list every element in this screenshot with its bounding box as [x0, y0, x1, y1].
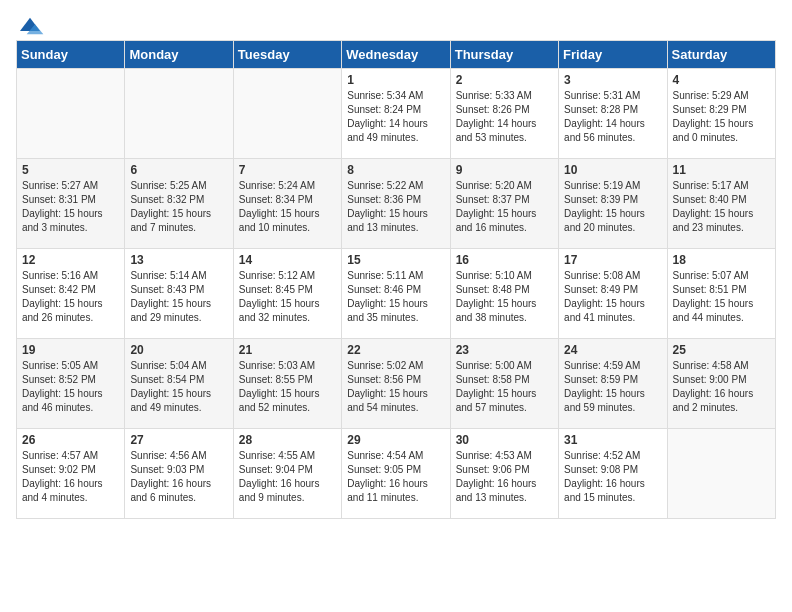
- calendar-cell: 9Sunrise: 5:20 AM Sunset: 8:37 PM Daylig…: [450, 159, 558, 249]
- calendar-cell: 27Sunrise: 4:56 AM Sunset: 9:03 PM Dayli…: [125, 429, 233, 519]
- day-info: Sunrise: 5:24 AM Sunset: 8:34 PM Dayligh…: [239, 179, 336, 235]
- calendar-cell: 10Sunrise: 5:19 AM Sunset: 8:39 PM Dayli…: [559, 159, 667, 249]
- day-number: 30: [456, 433, 553, 447]
- calendar-cell: 15Sunrise: 5:11 AM Sunset: 8:46 PM Dayli…: [342, 249, 450, 339]
- day-info: Sunrise: 4:55 AM Sunset: 9:04 PM Dayligh…: [239, 449, 336, 505]
- calendar-cell: 18Sunrise: 5:07 AM Sunset: 8:51 PM Dayli…: [667, 249, 775, 339]
- calendar-cell: [233, 69, 341, 159]
- calendar-row-1: 5Sunrise: 5:27 AM Sunset: 8:31 PM Daylig…: [17, 159, 776, 249]
- calendar-cell: 7Sunrise: 5:24 AM Sunset: 8:34 PM Daylig…: [233, 159, 341, 249]
- day-number: 24: [564, 343, 661, 357]
- header: [16, 16, 776, 36]
- day-number: 14: [239, 253, 336, 267]
- day-number: 12: [22, 253, 119, 267]
- calendar-cell: 4Sunrise: 5:29 AM Sunset: 8:29 PM Daylig…: [667, 69, 775, 159]
- day-info: Sunrise: 5:02 AM Sunset: 8:56 PM Dayligh…: [347, 359, 444, 415]
- calendar-cell: [17, 69, 125, 159]
- day-number: 25: [673, 343, 770, 357]
- day-info: Sunrise: 5:34 AM Sunset: 8:24 PM Dayligh…: [347, 89, 444, 145]
- calendar-row-4: 26Sunrise: 4:57 AM Sunset: 9:02 PM Dayli…: [17, 429, 776, 519]
- calendar-cell: 11Sunrise: 5:17 AM Sunset: 8:40 PM Dayli…: [667, 159, 775, 249]
- calendar-cell: 25Sunrise: 4:58 AM Sunset: 9:00 PM Dayli…: [667, 339, 775, 429]
- day-info: Sunrise: 5:07 AM Sunset: 8:51 PM Dayligh…: [673, 269, 770, 325]
- day-info: Sunrise: 5:29 AM Sunset: 8:29 PM Dayligh…: [673, 89, 770, 145]
- day-info: Sunrise: 5:33 AM Sunset: 8:26 PM Dayligh…: [456, 89, 553, 145]
- calendar-cell: 12Sunrise: 5:16 AM Sunset: 8:42 PM Dayli…: [17, 249, 125, 339]
- day-number: 13: [130, 253, 227, 267]
- calendar-cell: [125, 69, 233, 159]
- day-number: 10: [564, 163, 661, 177]
- logo: [16, 16, 48, 36]
- calendar-cell: 1Sunrise: 5:34 AM Sunset: 8:24 PM Daylig…: [342, 69, 450, 159]
- day-info: Sunrise: 4:52 AM Sunset: 9:08 PM Dayligh…: [564, 449, 661, 505]
- weekday-header-monday: Monday: [125, 41, 233, 69]
- day-info: Sunrise: 4:56 AM Sunset: 9:03 PM Dayligh…: [130, 449, 227, 505]
- day-number: 16: [456, 253, 553, 267]
- calendar-cell: 28Sunrise: 4:55 AM Sunset: 9:04 PM Dayli…: [233, 429, 341, 519]
- calendar-cell: 31Sunrise: 4:52 AM Sunset: 9:08 PM Dayli…: [559, 429, 667, 519]
- day-info: Sunrise: 5:03 AM Sunset: 8:55 PM Dayligh…: [239, 359, 336, 415]
- calendar-cell: 30Sunrise: 4:53 AM Sunset: 9:06 PM Dayli…: [450, 429, 558, 519]
- logo-icon: [16, 16, 44, 36]
- calendar-cell: 29Sunrise: 4:54 AM Sunset: 9:05 PM Dayli…: [342, 429, 450, 519]
- day-number: 8: [347, 163, 444, 177]
- day-number: 6: [130, 163, 227, 177]
- calendar-cell: 20Sunrise: 5:04 AM Sunset: 8:54 PM Dayli…: [125, 339, 233, 429]
- calendar-cell: 24Sunrise: 4:59 AM Sunset: 8:59 PM Dayli…: [559, 339, 667, 429]
- day-info: Sunrise: 5:17 AM Sunset: 8:40 PM Dayligh…: [673, 179, 770, 235]
- day-number: 1: [347, 73, 444, 87]
- day-info: Sunrise: 5:31 AM Sunset: 8:28 PM Dayligh…: [564, 89, 661, 145]
- day-info: Sunrise: 5:14 AM Sunset: 8:43 PM Dayligh…: [130, 269, 227, 325]
- day-info: Sunrise: 5:04 AM Sunset: 8:54 PM Dayligh…: [130, 359, 227, 415]
- day-number: 15: [347, 253, 444, 267]
- calendar-row-3: 19Sunrise: 5:05 AM Sunset: 8:52 PM Dayli…: [17, 339, 776, 429]
- calendar-cell: 22Sunrise: 5:02 AM Sunset: 8:56 PM Dayli…: [342, 339, 450, 429]
- calendar-row-2: 12Sunrise: 5:16 AM Sunset: 8:42 PM Dayli…: [17, 249, 776, 339]
- weekday-header-thursday: Thursday: [450, 41, 558, 69]
- day-info: Sunrise: 5:00 AM Sunset: 8:58 PM Dayligh…: [456, 359, 553, 415]
- day-info: Sunrise: 5:19 AM Sunset: 8:39 PM Dayligh…: [564, 179, 661, 235]
- day-info: Sunrise: 5:20 AM Sunset: 8:37 PM Dayligh…: [456, 179, 553, 235]
- calendar-cell: 21Sunrise: 5:03 AM Sunset: 8:55 PM Dayli…: [233, 339, 341, 429]
- day-info: Sunrise: 4:53 AM Sunset: 9:06 PM Dayligh…: [456, 449, 553, 505]
- calendar-cell: 26Sunrise: 4:57 AM Sunset: 9:02 PM Dayli…: [17, 429, 125, 519]
- day-number: 27: [130, 433, 227, 447]
- day-info: Sunrise: 5:25 AM Sunset: 8:32 PM Dayligh…: [130, 179, 227, 235]
- day-info: Sunrise: 5:12 AM Sunset: 8:45 PM Dayligh…: [239, 269, 336, 325]
- day-number: 2: [456, 73, 553, 87]
- calendar-cell: 6Sunrise: 5:25 AM Sunset: 8:32 PM Daylig…: [125, 159, 233, 249]
- calendar-cell: 14Sunrise: 5:12 AM Sunset: 8:45 PM Dayli…: [233, 249, 341, 339]
- day-info: Sunrise: 5:27 AM Sunset: 8:31 PM Dayligh…: [22, 179, 119, 235]
- day-number: 26: [22, 433, 119, 447]
- day-number: 18: [673, 253, 770, 267]
- weekday-header-sunday: Sunday: [17, 41, 125, 69]
- day-info: Sunrise: 4:54 AM Sunset: 9:05 PM Dayligh…: [347, 449, 444, 505]
- day-info: Sunrise: 5:16 AM Sunset: 8:42 PM Dayligh…: [22, 269, 119, 325]
- day-info: Sunrise: 4:57 AM Sunset: 9:02 PM Dayligh…: [22, 449, 119, 505]
- day-number: 28: [239, 433, 336, 447]
- weekday-header-friday: Friday: [559, 41, 667, 69]
- day-number: 22: [347, 343, 444, 357]
- header-row: SundayMondayTuesdayWednesdayThursdayFrid…: [17, 41, 776, 69]
- day-number: 29: [347, 433, 444, 447]
- day-number: 17: [564, 253, 661, 267]
- calendar-cell: 2Sunrise: 5:33 AM Sunset: 8:26 PM Daylig…: [450, 69, 558, 159]
- day-number: 21: [239, 343, 336, 357]
- calendar-cell: 8Sunrise: 5:22 AM Sunset: 8:36 PM Daylig…: [342, 159, 450, 249]
- day-number: 4: [673, 73, 770, 87]
- calendar-cell: 16Sunrise: 5:10 AM Sunset: 8:48 PM Dayli…: [450, 249, 558, 339]
- day-number: 5: [22, 163, 119, 177]
- calendar-cell: 13Sunrise: 5:14 AM Sunset: 8:43 PM Dayli…: [125, 249, 233, 339]
- day-info: Sunrise: 5:11 AM Sunset: 8:46 PM Dayligh…: [347, 269, 444, 325]
- day-number: 9: [456, 163, 553, 177]
- calendar-cell: 5Sunrise: 5:27 AM Sunset: 8:31 PM Daylig…: [17, 159, 125, 249]
- day-info: Sunrise: 5:22 AM Sunset: 8:36 PM Dayligh…: [347, 179, 444, 235]
- weekday-header-wednesday: Wednesday: [342, 41, 450, 69]
- day-number: 7: [239, 163, 336, 177]
- day-info: Sunrise: 4:58 AM Sunset: 9:00 PM Dayligh…: [673, 359, 770, 415]
- calendar-cell: 3Sunrise: 5:31 AM Sunset: 8:28 PM Daylig…: [559, 69, 667, 159]
- weekday-header-saturday: Saturday: [667, 41, 775, 69]
- day-number: 31: [564, 433, 661, 447]
- day-number: 23: [456, 343, 553, 357]
- day-number: 19: [22, 343, 119, 357]
